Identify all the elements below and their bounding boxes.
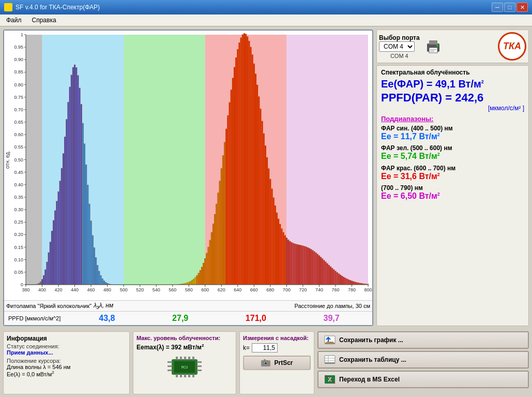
- far-zel-item: ФАР зел. (500 .. 600) нм Ee = 5,74 Вт/м2: [381, 144, 524, 161]
- spectral-title: Спектральная облучённость: [381, 69, 524, 76]
- k-row: k=: [243, 343, 311, 352]
- svg-rect-12: [192, 357, 194, 360]
- ee-far-main: Ee(ФАР) = 49,1 Вт/м2: [381, 78, 524, 90]
- svg-rect-33: [325, 343, 335, 344]
- ppfd-bar-label: PPFD [мкмол/с/м^2]: [8, 315, 70, 321]
- ppfd-unit: [мкмол/с/м² ]: [381, 105, 524, 112]
- svg-rect-28: [264, 359, 266, 361]
- distance-label: Расстояние до лампы, 30 см: [295, 303, 371, 309]
- prtscr-button[interactable]: PrtScr: [243, 356, 311, 370]
- prtscr-label: PrtScr: [274, 359, 293, 366]
- svg-rect-22: [197, 365, 202, 367]
- minimize-button[interactable]: ─: [492, 3, 503, 12]
- cursor-title: Положение курсора:: [7, 358, 126, 364]
- ppfd-green-value: 27,9: [172, 314, 188, 323]
- spectrum-chart[interactable]: [4, 31, 372, 300]
- to-excel-button[interactable]: X Переход в MS Excel: [317, 371, 529, 388]
- svg-rect-3: [430, 49, 436, 50]
- max-panel: Макс. уровень облученности: Eemax(λ) = 3…: [133, 331, 236, 394]
- svg-rect-29: [268, 361, 269, 362]
- port-select[interactable]: COM 1 COM 2 COM 3 COM 4: [379, 41, 415, 52]
- svg-rect-1: [429, 40, 437, 45]
- svg-rect-23: [197, 370, 202, 371]
- svg-rect-13: [176, 374, 178, 377]
- ppfd-main: PPFD(PAR) = 242,6: [381, 91, 524, 105]
- far-sin-item: ФАР син. (400 .. 500) нм Ee = 11,7 Вт/м2: [381, 125, 524, 141]
- far-700-item: (700 .. 790) нм Ee = 6,50 Вт/м2: [381, 184, 524, 201]
- svg-rect-21: [197, 361, 202, 363]
- svg-rect-10: [184, 357, 186, 360]
- svg-rect-15: [184, 374, 186, 377]
- chip-icon: MCU: [136, 355, 233, 378]
- far-zel-ee: Ee = 5,74 Вт/м2: [381, 152, 524, 161]
- buttons-panel: Сохранить график ... Сохранить таблицу .…: [317, 331, 529, 394]
- far-kras-ee: Ee = 31,6 Вт/м2: [381, 172, 524, 181]
- lamp-name: Фитолампа "Яркий колокольчик": [6, 303, 92, 309]
- measure-title: Измерения с насадкой:: [243, 335, 311, 341]
- far-kras-item: ФАР крас. (600 .. 700) нм Ee = 31,6 Вт/м…: [381, 165, 524, 181]
- com-status: COM 4: [379, 53, 420, 59]
- main-content: Фитолампа "Яркий колокольчик" λэλ, нм Ра…: [0, 26, 532, 329]
- ppfd-blue-value: 43,8: [99, 314, 115, 323]
- info-panel: Информация Статус соединения: Прием данн…: [3, 331, 130, 394]
- chart-footer: Фитолампа "Яркий колокольчик" λэλ, нм Ра…: [4, 300, 372, 311]
- save-table-label: Сохранить таблицу ...: [339, 356, 406, 363]
- svg-rect-20: [168, 370, 172, 371]
- far-sin-ee: Ee = 11,7 Вт/м2: [381, 132, 524, 141]
- measurements-panel: Спектральная облучённость Ee(ФАР) = 49,1…: [376, 65, 529, 326]
- port-section: Выбор порта COM 1 COM 2 COM 3 COM 4 COM …: [376, 30, 529, 63]
- k-input[interactable]: [252, 343, 278, 352]
- svg-rect-4: [430, 51, 434, 52]
- k-label: k=: [243, 344, 250, 351]
- save-chart-icon: [324, 335, 336, 345]
- tka-logo: ТКА: [498, 32, 526, 61]
- far-700-ee: Ee = 6,50 Вт/м2: [381, 192, 524, 201]
- menu-help[interactable]: Справка: [28, 16, 60, 25]
- menu-file[interactable]: Файл: [2, 16, 26, 25]
- ppfd-bar: PPFD [мкмол/с/м^2] 43,8 27,9 171,0 39,7: [4, 311, 372, 325]
- svg-rect-19: [168, 365, 172, 367]
- chart-area[interactable]: [4, 31, 372, 300]
- to-excel-label: Переход в MS Excel: [339, 376, 400, 383]
- ee-cursor-row: Ee(λ) = 0,0 мВт/м2: [7, 370, 126, 377]
- svg-rect-14: [180, 374, 182, 377]
- save-table-button[interactable]: Сохранить таблицу ...: [317, 351, 529, 369]
- camera-icon: [261, 359, 271, 367]
- right-panel: Выбор порта COM 1 COM 2 COM 3 COM 4 COM …: [376, 30, 529, 326]
- title-bar-left: ⚡ SF v.4.0 for ТКА-Спектр(ФАР): [4, 3, 100, 11]
- far-kras-name: ФАР крас. (600 .. 700) нм: [381, 165, 524, 172]
- title-bar: ⚡ SF v.4.0 for ТКА-Спектр(ФАР) ─ □ ✕: [0, 0, 532, 14]
- subrange-title: Поддиапазоны:: [381, 115, 524, 123]
- svg-rect-9: [180, 357, 182, 360]
- ppfd-pink-value: 39,7: [324, 314, 340, 323]
- ppfd-red-value: 171,0: [246, 314, 266, 323]
- svg-rect-18: [168, 361, 172, 363]
- svg-rect-17: [192, 374, 194, 377]
- svg-rect-8: [176, 357, 178, 360]
- app-icon: ⚡: [4, 3, 12, 11]
- bottom-section: Информация Статус соединения: Прием данн…: [0, 329, 532, 396]
- wavelength-row: Длина волны λ = 546 нм: [7, 364, 126, 370]
- max-value: Eemax(λ) = 392 мВт/м2: [136, 343, 233, 351]
- chart-panel: Фитолампа "Яркий колокольчик" λэλ, нм Ра…: [3, 30, 373, 326]
- svg-point-5: [436, 45, 438, 47]
- save-chart-label: Сохранить график ...: [339, 336, 403, 344]
- lambda-label: λэλ, нм: [94, 302, 113, 310]
- far-zel-name: ФАР зел. (500 .. 600) нм: [381, 144, 524, 152]
- svg-text:MCU: MCU: [181, 365, 188, 370]
- svg-point-27: [265, 362, 267, 365]
- port-label: Выбор порта: [379, 34, 420, 41]
- svg-rect-38: [325, 362, 335, 364]
- max-title: Макс. уровень облученности:: [136, 335, 233, 341]
- svg-rect-2: [429, 48, 437, 53]
- svg-rect-11: [188, 357, 190, 360]
- status-label: Статус соединения:: [7, 343, 59, 349]
- maximize-button[interactable]: □: [504, 3, 515, 12]
- ppfd-values: 43,8 27,9 171,0 39,7: [70, 314, 368, 323]
- svg-rect-16: [188, 374, 190, 377]
- window-title: SF v.4.0 for ТКА-Спектр(ФАР): [16, 4, 100, 11]
- print-icon[interactable]: [424, 37, 443, 56]
- title-bar-controls: ─ □ ✕: [492, 3, 528, 12]
- close-button[interactable]: ✕: [516, 3, 528, 12]
- save-chart-button[interactable]: Сохранить график ...: [317, 331, 529, 349]
